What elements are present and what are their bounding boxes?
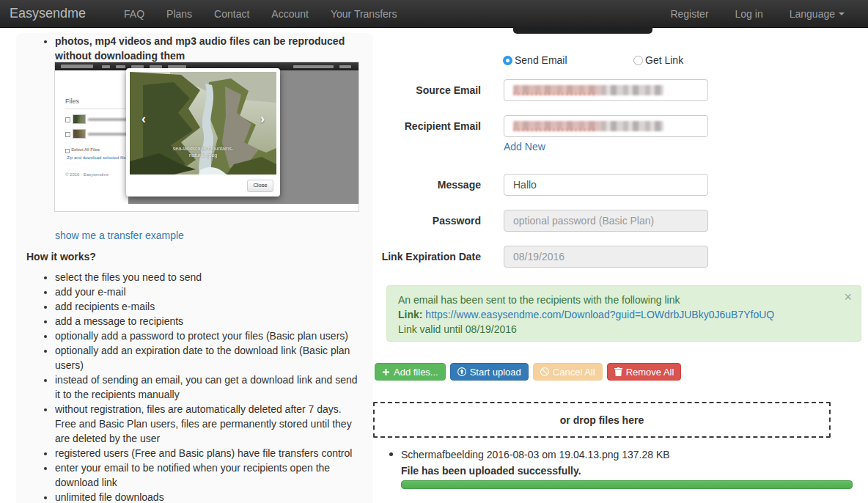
- nav-item-contact[interactable]: Contact: [203, 8, 260, 20]
- nav-item-your-transfers[interactable]: Your Transfers: [320, 8, 408, 20]
- password-input: [504, 210, 708, 232]
- mini-filename-redacted: [88, 133, 132, 136]
- how-item: enter your email to be notified when you…: [55, 460, 364, 490]
- radio-get-link-label: Get Link: [645, 54, 683, 66]
- mini-divider: [65, 109, 130, 109]
- redacted-recipient-email-value: [513, 121, 663, 131]
- mini-close-button: Close: [247, 180, 273, 192]
- source-email-label: Source Email: [356, 84, 481, 96]
- navbar-links: FAQ Plans Contact Account Your Transfers: [113, 8, 408, 20]
- radio-send-email[interactable]: Send Email: [503, 54, 567, 66]
- start-upload-label: Start upload: [470, 367, 521, 378]
- upload-toolbar: Add files... Start upload Cancel All Rem…: [375, 363, 681, 381]
- mini-caption-line1: sea-landscape-mountains-: [130, 145, 276, 152]
- radio-send-email-label: Send Email: [515, 54, 567, 66]
- canyon-illustration: [130, 72, 276, 175]
- mini-select-all-checkbox: [65, 149, 70, 153]
- recipient-email-label: Recipient Email: [356, 120, 481, 132]
- cancel-all-button: Cancel All: [533, 363, 603, 381]
- alert-link-line: Link: https://www.easysendme.com/Downloa…: [398, 307, 839, 322]
- link-expiration-input: [504, 246, 708, 268]
- mini-filename-redacted: [88, 118, 132, 121]
- email-sent-alert: An email has been sent to the recipients…: [386, 285, 861, 342]
- how-item: add recipients e-mails: [55, 299, 364, 314]
- page: Easysendme FAQ Plans Contact Account You…: [0, 0, 868, 503]
- transfer-example-screenshot: Files Select All Files Zip and download …: [55, 62, 358, 211]
- alert-line1: An email has been sent to the recipients…: [398, 293, 839, 307]
- intro-bullet: photos, mp4 videos and mp3 audio files c…: [41, 34, 355, 63]
- language-label: Language: [790, 8, 835, 20]
- alert-link-label: Link:: [398, 309, 422, 320]
- alert-close-icon[interactable]: ×: [844, 290, 852, 304]
- nav-item-faq[interactable]: FAQ: [113, 8, 155, 20]
- mini-file-checkbox: [65, 117, 70, 122]
- trash-icon: [614, 367, 622, 376]
- how-it-works-list: select the files you need to send add yo…: [41, 270, 364, 503]
- mini-zip-download-link: Zip and download selected files: [67, 155, 128, 160]
- mini-file-thumbnail: [73, 129, 86, 139]
- mini-prev-arrow-icon: ‹: [141, 112, 146, 125]
- redacted-source-email-value: [513, 85, 663, 95]
- download-link[interactable]: https://www.easysendme.com/Download?guid…: [425, 309, 774, 320]
- uploaded-file-name: Schermafbeelding 2016-08-03 om 19.04.13.…: [401, 449, 619, 460]
- nav-item-login[interactable]: Log in: [722, 8, 776, 20]
- uploaded-file-row: Schermafbeelding 2016-08-03 om 19.04.13.…: [401, 449, 670, 460]
- mini-canyon-photo: ‹ › sea-landscape-mountains- natural .jp…: [130, 72, 276, 175]
- caret-down-icon: [839, 12, 845, 15]
- navbar: Easysendme FAQ Plans Contact Account You…: [0, 0, 868, 28]
- radio-selected-icon[interactable]: [503, 56, 512, 65]
- brand-logo[interactable]: Easysendme: [0, 6, 97, 21]
- nav-item-account[interactable]: Account: [260, 8, 320, 20]
- how-item: optionally add a password to protect you…: [55, 328, 364, 343]
- mini-next-arrow-icon: ›: [260, 112, 265, 125]
- upload-arrow-icon: [457, 367, 466, 376]
- cancel-all-label: Cancel All: [553, 367, 595, 378]
- mini-lightbox-modal: ‹ › sea-landscape-mountains- natural .jp…: [126, 68, 280, 197]
- intro-bullet-text: photos, mp4 videos and mp3 audio files c…: [55, 34, 355, 63]
- remove-all-button[interactable]: Remove All: [607, 363, 682, 381]
- mini-photo-caption: sea-landscape-mountains- natural .jpeg: [130, 145, 276, 158]
- redacted-block: [513, 27, 652, 34]
- nav-item-language-dropdown[interactable]: Language: [776, 8, 858, 20]
- how-item: without registration, files are automati…: [55, 402, 364, 446]
- mini-nav-redacted: [102, 65, 110, 68]
- password-label: Password: [356, 215, 481, 227]
- file-dropzone[interactable]: or drop files here: [373, 402, 831, 438]
- mini-nav-redacted: [116, 65, 125, 68]
- mini-select-all-label: Select All Files: [71, 147, 100, 152]
- mini-copyright: © 2016 - Easysendme: [65, 172, 108, 177]
- mini-files-heading: Files: [65, 98, 79, 105]
- how-item: unlimited file downloads: [55, 490, 364, 503]
- alert-line3: Link valid until 08/19/2016: [398, 322, 839, 337]
- nav-item-register[interactable]: Register: [657, 8, 721, 20]
- how-it-works-heading: How it works?: [26, 251, 96, 262]
- ban-icon: [540, 367, 549, 376]
- dropzone-label: or drop files here: [560, 414, 644, 426]
- link-expiration-label: Link Expiration Date: [356, 251, 481, 262]
- add-new-recipient-link[interactable]: Add New: [504, 141, 545, 153]
- upload-status-text: File has been uploaded successfully.: [401, 465, 581, 477]
- plus-icon: [382, 368, 390, 376]
- how-item: select the files you need to send: [55, 270, 364, 284]
- add-files-label: Add files...: [394, 367, 438, 378]
- nav-item-plans[interactable]: Plans: [155, 8, 203, 20]
- mini-caption-line2: natural .jpeg: [130, 152, 276, 158]
- remove-all-label: Remove All: [626, 367, 674, 378]
- mini-file-checkbox: [65, 132, 70, 137]
- navbar-right: Register Log in Language: [657, 8, 868, 20]
- how-item: optionally add an expiration date to the…: [55, 343, 364, 372]
- how-item: add a message to recipients: [55, 314, 364, 328]
- mini-logoff-redacted: [339, 65, 351, 68]
- radio-unselected-icon[interactable]: [633, 56, 643, 65]
- mini-user-redacted: [293, 65, 334, 68]
- transfer-example-link[interactable]: show me a transfer example: [55, 230, 184, 241]
- mini-brand-redacted: [61, 65, 93, 68]
- mini-file-thumbnail: [73, 114, 86, 124]
- start-upload-button[interactable]: Start upload: [450, 363, 529, 381]
- how-item: add your e-mail: [55, 284, 364, 299]
- radio-get-link[interactable]: Get Link: [633, 54, 683, 66]
- add-files-button[interactable]: Add files...: [375, 363, 446, 381]
- how-item: registered users (Free and Basic plans) …: [55, 446, 364, 460]
- message-input[interactable]: [504, 174, 708, 196]
- how-item: instead of sending an email, you can get…: [55, 372, 364, 402]
